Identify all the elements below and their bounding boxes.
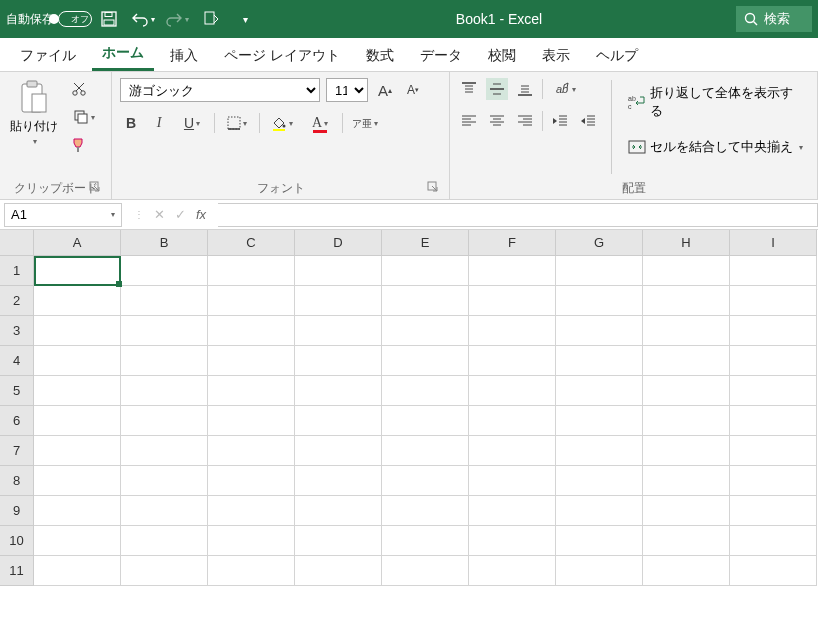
decrease-indent-button[interactable] — [549, 110, 571, 132]
phonetic-button[interactable]: ア亜▾ — [349, 112, 381, 134]
row-header[interactable]: 8 — [0, 466, 34, 496]
tab-review[interactable]: 校閲 — [478, 41, 526, 71]
undo-icon[interactable]: ▾ — [130, 6, 156, 32]
svg-rect-17 — [228, 117, 240, 129]
column-header[interactable]: G — [556, 230, 643, 256]
column-header[interactable]: C — [208, 230, 295, 256]
column-header[interactable]: D — [295, 230, 382, 256]
row-header[interactable]: 1 — [0, 256, 34, 286]
column-header[interactable]: E — [382, 230, 469, 256]
increase-indent-button[interactable] — [577, 110, 599, 132]
tab-data[interactable]: データ — [410, 41, 472, 71]
fx-button[interactable]: fx — [196, 207, 206, 222]
tab-formulas[interactable]: 数式 — [356, 41, 404, 71]
fill-color-button[interactable]: ▾ — [266, 112, 298, 134]
column-header[interactable]: H — [643, 230, 730, 256]
search-icon — [744, 12, 758, 26]
align-left-button[interactable] — [458, 110, 480, 132]
decrease-font-button[interactable]: A▾ — [402, 79, 424, 101]
row-header[interactable]: 9 — [0, 496, 34, 526]
tab-insert[interactable]: 挿入 — [160, 41, 208, 71]
tab-page-layout[interactable]: ページ レイアウト — [214, 41, 350, 71]
bucket-icon — [271, 115, 287, 131]
enter-formula-button: ✓ — [175, 207, 186, 222]
row-header[interactable]: 6 — [0, 406, 34, 436]
column-header[interactable]: B — [121, 230, 208, 256]
font-size-select[interactable]: 11 — [326, 78, 368, 102]
group-label-font: フォント — [120, 176, 441, 197]
autosave-switch[interactable]: オフ — [58, 11, 92, 27]
ribbon-tabs: ファイル ホーム 挿入 ページ レイアウト 数式 データ 校閲 表示 ヘルプ — [0, 38, 818, 72]
svg-point-4 — [746, 14, 755, 23]
autosave-toggle[interactable]: 自動保存 オフ — [6, 11, 92, 28]
dialog-launcher-icon[interactable] — [89, 181, 103, 195]
row-header[interactable]: 3 — [0, 316, 34, 346]
select-all-corner[interactable] — [0, 230, 34, 256]
customize-qat-icon[interactable]: ▾ — [232, 6, 258, 32]
group-alignment: ab▾ abc 折り返して全体を表示する — [450, 72, 818, 199]
paste-button[interactable]: 貼り付け ▾ — [8, 78, 60, 148]
name-box[interactable]: A1 ▾ — [4, 203, 122, 227]
svg-rect-8 — [32, 94, 46, 112]
wrap-icon: abc — [628, 94, 646, 110]
copy-button[interactable]: ▾ — [68, 106, 100, 128]
column-header[interactable]: I — [730, 230, 817, 256]
brush-icon — [71, 137, 87, 153]
formula-bar: A1 ▾ ⋮ ✕ ✓ fx — [0, 200, 818, 230]
column-header[interactable]: F — [469, 230, 556, 256]
group-clipboard: 貼り付け ▾ ▾ クリップボード — [0, 72, 112, 199]
underline-button[interactable]: U▾ — [176, 112, 208, 134]
tab-view[interactable]: 表示 — [532, 41, 580, 71]
align-right-button[interactable] — [514, 110, 536, 132]
svg-text:ab: ab — [628, 95, 636, 102]
cells-area[interactable] — [34, 256, 817, 617]
save-icon[interactable] — [96, 6, 122, 32]
align-middle-button[interactable] — [486, 78, 508, 100]
tab-help[interactable]: ヘルプ — [586, 41, 648, 71]
svg-rect-3 — [205, 12, 214, 24]
font-color-button[interactable]: A▾ — [304, 112, 336, 134]
format-painter-button[interactable] — [68, 134, 90, 156]
bold-button[interactable]: B — [120, 112, 142, 134]
row-header[interactable]: 5 — [0, 376, 34, 406]
increase-font-button[interactable]: A▴ — [374, 79, 396, 101]
align-bottom-button[interactable] — [514, 78, 536, 100]
dropdown-icon[interactable]: ⋮ — [134, 209, 144, 220]
dialog-launcher-icon[interactable] — [427, 181, 441, 195]
align-top-button[interactable] — [458, 78, 480, 100]
row-header[interactable]: 11 — [0, 556, 34, 586]
orientation-button[interactable]: ab▾ — [549, 78, 581, 100]
merge-center-button[interactable]: セルを結合して中央揃え ▾ — [624, 136, 809, 158]
svg-point-10 — [81, 91, 85, 95]
copy-icon — [73, 109, 89, 125]
column-header[interactable]: A — [34, 230, 121, 256]
row-headers: 1 2 3 4 5 6 7 8 9 10 11 — [0, 256, 34, 617]
italic-button[interactable]: I — [148, 112, 170, 134]
svg-rect-1 — [105, 13, 112, 17]
search-box[interactable]: 検索 — [736, 6, 812, 32]
svg-text:c: c — [628, 103, 632, 110]
formula-input[interactable] — [218, 203, 818, 227]
orientation-icon: ab — [554, 81, 570, 97]
row-header[interactable]: 7 — [0, 436, 34, 466]
row-header[interactable]: 10 — [0, 526, 34, 556]
group-font: 游ゴシック 11 A▴ A▾ B I U▾ ▾ ▾ A▾ ア亜▾ フォント — [112, 72, 450, 199]
svg-text:ab: ab — [556, 83, 568, 95]
tab-file[interactable]: ファイル — [10, 41, 86, 71]
wrap-text-button[interactable]: abc 折り返して全体を表示する — [624, 82, 809, 122]
worksheet[interactable]: A B C D E F G H I 1 2 3 4 5 6 7 8 9 10 1… — [0, 230, 818, 617]
svg-line-5 — [754, 22, 758, 26]
merge-icon — [628, 139, 646, 155]
group-label-alignment: 配置 — [458, 176, 809, 197]
cut-button[interactable] — [68, 78, 90, 100]
row-header[interactable]: 2 — [0, 286, 34, 316]
row-header[interactable]: 4 — [0, 346, 34, 376]
chevron-down-icon: ▾ — [33, 137, 37, 146]
autosave-label: 自動保存 — [6, 11, 54, 28]
borders-icon — [227, 116, 241, 130]
align-center-button[interactable] — [486, 110, 508, 132]
tab-home[interactable]: ホーム — [92, 38, 154, 71]
touch-mode-icon[interactable] — [198, 6, 224, 32]
font-name-select[interactable]: 游ゴシック — [120, 78, 320, 102]
borders-button[interactable]: ▾ — [221, 112, 253, 134]
